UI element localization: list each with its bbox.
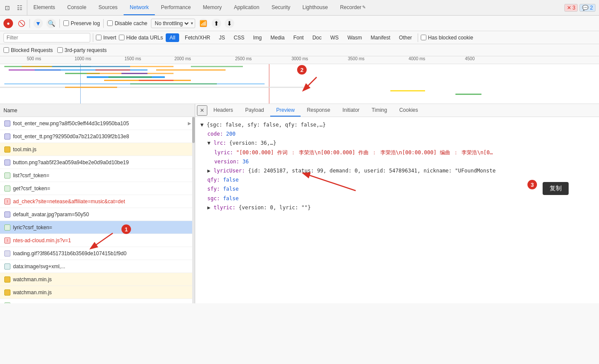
tab-application[interactable]: Application (228, 0, 265, 15)
request-row-2[interactable]: foot_enter_tt.png?92950d0a7b212a01309f2b… (0, 130, 195, 143)
filter-type-doc[interactable]: Doc (309, 34, 324, 42)
json-root-line[interactable]: ▼ {sgc: false, sfy: false, qfy: false,…} (200, 120, 594, 130)
toolbar-divider-2 (59, 19, 60, 28)
request-list-body[interactable]: foot_enter_new.png?a8f50c9eff44d3c19950b… (0, 117, 195, 303)
timeline-row-4 (0, 76, 599, 78)
request-name-4: button.png?aab5f23ea059a94be2e0d9a0d10be… (13, 159, 191, 166)
annotation-1-container: 1 (100, 224, 109, 234)
has-blocked-cookies-label[interactable]: Has blocked cookie (421, 35, 473, 41)
request-row-15[interactable]: weblog?csrf_token= (0, 299, 195, 303)
inspect-icon[interactable]: ⊡ (3, 3, 12, 13)
filter-type-ws[interactable]: WS (327, 34, 342, 42)
request-row-12[interactable]: data:image/svg+xml,... (0, 260, 195, 273)
request-row-7[interactable]: ! ad_check?site=netease&affiliate=music&… (0, 195, 195, 208)
request-list-panel: Name foot_enter_new.png?a8f50c9eff44d3c1… (0, 104, 195, 303)
request-row-3[interactable]: tool.min.js (0, 143, 195, 156)
copy-tooltip-text: 复制 (550, 185, 562, 192)
detail-tab-payload[interactable]: Payload (239, 104, 270, 117)
blocked-requests-label[interactable]: Blocked Requests (3, 47, 53, 53)
detail-tab-headers[interactable]: Headers (207, 104, 239, 117)
preserve-log-checkbox[interactable] (63, 20, 69, 26)
detail-tab-timing[interactable]: Timing (366, 104, 393, 117)
request-row-13[interactable]: watchman.min.js (0, 273, 195, 286)
json-tlyric-key: tlyric: (213, 205, 236, 211)
json-lrc-line[interactable]: ▼ lrc: {version: 36,…} (200, 139, 594, 148)
detail-tab-preview[interactable]: Preview (270, 104, 301, 117)
tab-memory[interactable]: Memory (197, 0, 228, 15)
invert-label[interactable]: Invert (96, 35, 116, 41)
filter-type-img[interactable]: Img (250, 34, 265, 42)
filter-type-font[interactable]: Font (290, 34, 307, 42)
disable-cache-label[interactable]: Disable cache (107, 20, 147, 26)
detail-tab-initiator[interactable]: Initiator (336, 104, 365, 117)
hide-data-urls-label[interactable]: Hide data URLs (119, 35, 163, 41)
timeline-chart[interactable]: 2 (0, 64, 599, 104)
third-party-label[interactable]: 3rd-party requests (57, 47, 107, 53)
row-icon-12 (3, 263, 10, 270)
json-lyricuser-line[interactable]: ▶ lyricUser: {id: 2405187, status: 99, d… (200, 166, 594, 176)
download-icon-button[interactable]: ⬇ (225, 19, 234, 28)
request-row-1[interactable]: foot_enter_new.png?a8f50c9eff44d3c19950b… (0, 117, 195, 130)
tab-elements[interactable]: Elements (27, 0, 61, 15)
row-icon-4 (3, 159, 10, 166)
json-lyricuser-triangle[interactable]: ▶ (207, 168, 210, 174)
third-party-checkbox[interactable] (57, 47, 63, 53)
request-row-6[interactable]: get?csrf_token= (0, 182, 195, 195)
invert-checkbox[interactable] (96, 35, 101, 40)
request-row-5[interactable]: list?csrf_token= (0, 169, 195, 182)
filter-type-manifest[interactable]: Manifest (367, 34, 393, 42)
filter-type-all[interactable]: All (166, 33, 179, 42)
tab-console[interactable]: Console (61, 0, 92, 15)
copy-tooltip[interactable]: 复制 (543, 182, 569, 195)
has-blocked-cookies-checkbox[interactable] (421, 35, 426, 40)
json-lyric-key: lyric: (214, 150, 233, 156)
name-column-header: Name (3, 107, 17, 114)
json-code-val: 200 (226, 131, 236, 137)
json-root-triangle[interactable]: ▼ (200, 122, 203, 128)
row-icon-8 (3, 211, 10, 218)
tab-security[interactable]: Security (265, 0, 296, 15)
filter-type-js[interactable]: JS (216, 34, 228, 42)
detail-tab-response[interactable]: Response (301, 104, 336, 117)
toolbar-divider-1 (29, 19, 30, 28)
preserve-log-label[interactable]: Preserve log (63, 20, 100, 26)
filter-input[interactable] (3, 33, 90, 42)
detail-tab-cookies[interactable]: Cookies (393, 104, 424, 117)
filter-type-wasm[interactable]: Wasm (344, 34, 365, 42)
record-button[interactable]: ● (3, 19, 13, 28)
json-tlyric-line[interactable]: ▶ tlyric: {version: 0, lyric: ""} (200, 203, 594, 212)
blocked-requests-checkbox[interactable] (3, 47, 9, 53)
json-sgc-key: sgc: (207, 195, 220, 202)
tab-recorder[interactable]: Recorder ✎ (334, 0, 372, 15)
message-badge-container[interactable]: 💬 2 (579, 4, 596, 12)
request-row-14[interactable]: watchman.min.js (0, 286, 195, 299)
json-tlyric-triangle[interactable]: ▶ (207, 205, 210, 211)
filter-type-fetch-xhr[interactable]: Fetch/XHR (182, 34, 213, 42)
search-button[interactable]: 🔍 (46, 19, 56, 28)
row-icon-13 (3, 276, 10, 283)
scrollbar-thumb[interactable] (192, 117, 195, 143)
hide-data-urls-checkbox[interactable] (119, 35, 124, 40)
detail-close-button[interactable]: × (197, 105, 207, 116)
filter-type-other[interactable]: Other (396, 34, 415, 42)
wifi-icon-button[interactable]: 📶 (199, 19, 208, 28)
error-badge-container[interactable]: ✕ 3 (564, 4, 578, 12)
request-row-4[interactable]: button.png?aab5f23ea059a94be2e0d9a0d10be… (0, 156, 195, 169)
filter-icon-button[interactable]: ▼ (33, 19, 43, 28)
disable-cache-checkbox[interactable] (107, 20, 113, 26)
json-root-content: {sgc: false, sfy: false, qfy: false,…} (206, 122, 326, 128)
upload-icon-button[interactable]: ⬆ (212, 19, 221, 28)
request-row-8[interactable]: default_avatar.jpg?param=50y50 (0, 208, 195, 221)
throttle-select[interactable]: No throttling (153, 20, 190, 27)
filter-type-css[interactable]: CSS (231, 34, 248, 42)
json-lrc-triangle[interactable]: ▼ (207, 140, 210, 146)
tab-lighthouse[interactable]: Lighthouse (296, 0, 334, 15)
row-icon-14 (3, 289, 10, 296)
clear-button[interactable]: 🚫 (16, 19, 26, 28)
tab-sources[interactable]: Sources (92, 0, 124, 15)
device-icon[interactable]: ☷ (15, 3, 24, 13)
filter-type-media[interactable]: Media (267, 34, 288, 42)
json-sgc-val: false (223, 195, 239, 202)
tab-network[interactable]: Network (124, 0, 155, 15)
tab-performance[interactable]: Performance (155, 0, 197, 15)
